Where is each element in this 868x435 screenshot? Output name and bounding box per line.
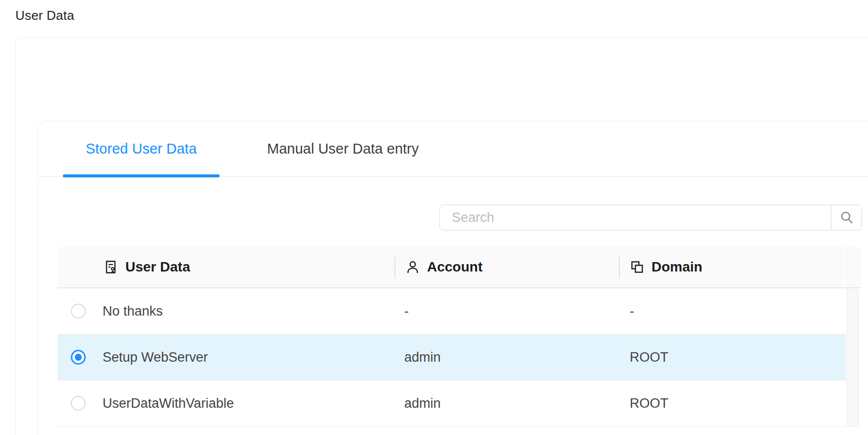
tab-bar: Stored User Data Manual User Data entry <box>38 121 868 177</box>
column-label: Domain <box>651 259 703 275</box>
cell-domain: ROOT <box>630 334 668 380</box>
user-icon <box>405 260 420 274</box>
cell-account: admin <box>404 381 441 426</box>
search-control <box>439 205 862 230</box>
tab-manual-user-data-entry[interactable]: Manual User Data entry <box>251 121 434 176</box>
column-header-account: Account <box>395 259 620 275</box>
column-header-user-data: User Data <box>95 259 395 275</box>
cell-account: - <box>404 288 409 334</box>
table-row-no-thanks[interactable]: No thanks - - <box>57 288 846 334</box>
overlapping-squares-icon <box>630 260 645 274</box>
tab-label: Stored User Data <box>86 141 197 157</box>
radio-unchecked[interactable] <box>71 304 86 319</box>
header-divider <box>394 257 395 278</box>
active-tab-ink-bar <box>63 174 219 177</box>
radio-checked[interactable] <box>71 350 86 365</box>
magnifier-icon <box>839 210 854 225</box>
cell-account: admin <box>404 334 441 380</box>
radio-unchecked[interactable] <box>71 396 86 411</box>
column-label: Account <box>427 259 483 275</box>
user-data-table: User Data Account <box>57 247 861 427</box>
column-header-domain: Domain <box>620 259 845 275</box>
audit-document-icon <box>104 260 118 274</box>
header-divider <box>619 257 620 278</box>
table-row-userdatawithvariable[interactable]: UserDataWithVariable admin ROOT <box>57 381 846 427</box>
table-header: User Data Account <box>57 247 861 288</box>
table-scrollbar-track[interactable] <box>847 289 859 427</box>
cell-user-data: No thanks <box>103 288 163 334</box>
tab-stored-user-data[interactable]: Stored User Data <box>63 121 219 176</box>
header-scrollbar-gap <box>844 247 845 287</box>
page-title: User Data <box>15 8 74 23</box>
user-data-screen: User Data Stored User Data Manual User D… <box>0 0 868 435</box>
user-data-card: Stored User Data Manual User Data entry <box>38 121 868 435</box>
cell-domain: - <box>630 288 634 334</box>
cell-user-data: Setup WebServer <box>103 334 208 380</box>
table-row-setup-webserver[interactable]: Setup WebServer admin ROOT <box>57 334 846 381</box>
search-button[interactable] <box>831 205 862 230</box>
cell-user-data: UserDataWithVariable <box>103 381 234 426</box>
column-label: User Data <box>125 259 190 275</box>
search-input[interactable] <box>440 205 831 230</box>
cell-domain: ROOT <box>630 381 668 426</box>
tab-label: Manual User Data entry <box>267 141 419 157</box>
table-body: No thanks - - Setup WebServer admin ROOT… <box>57 288 846 427</box>
